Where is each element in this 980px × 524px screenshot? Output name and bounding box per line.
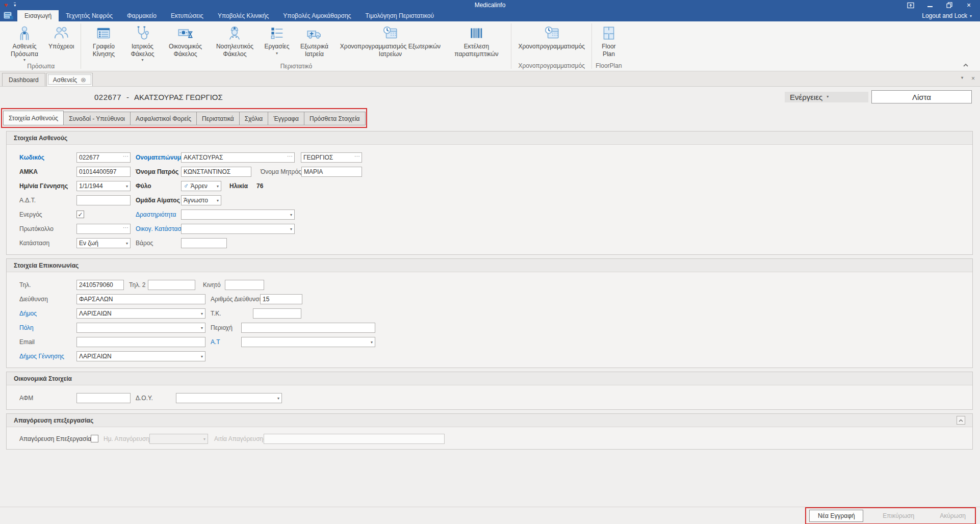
ribbon-group-caption: Χρονοπρογραμματισμός (514, 62, 588, 71)
energos-checkbox[interactable] (76, 211, 84, 218)
diefthynsi-label: Διεύθυνση (19, 296, 70, 303)
menu-tab-timologisi-peristatikou[interactable]: Τιμολόγηση Περιστατικού (358, 10, 441, 21)
male-icon: ♂ (184, 182, 189, 189)
doc-tab-dashboard[interactable]: Dashboard (2, 73, 45, 86)
menu-tab-eisagogi[interactable]: Εισαγωγή (17, 10, 59, 21)
poli-dropdown[interactable]: ▾ (76, 323, 205, 333)
ribbon-ektelesi-parapemptikon-button[interactable]: Εκτέλεση παραπεμπτικών (445, 22, 508, 62)
footer-bar: Νέα Εγγραφή Επικύρωση Ακύρωση (0, 507, 980, 524)
firstname-input[interactable] (301, 152, 362, 163)
apagorefsi-label: Απαγόρευση Επεξεργασίας (19, 435, 88, 442)
til-input[interactable] (76, 280, 124, 290)
subtab-peristatika[interactable]: Περιστατικά (196, 112, 240, 125)
omada-aimatos-dropdown[interactable]: Άγνωστο▾ (181, 195, 221, 205)
ribbon-xronoprogrammatismos-exoterikon-button[interactable]: Χρονοπρογραμματισμός Εξωτερικών Ιατρείων (336, 22, 445, 62)
ribbon-asthenis-prosopa-button[interactable]: Ασθενείς Πρόσωπα ▾ (4, 22, 45, 62)
dimos-dropdown[interactable]: ΛΑΡΙΣΑΙΩΝ▾ (76, 308, 205, 319)
doy-dropdown[interactable]: ▾ (176, 393, 282, 403)
close-button[interactable]: × (965, 2, 973, 9)
kinito-input[interactable] (225, 280, 264, 290)
subtab-sxolia[interactable]: Σχόλια (239, 112, 268, 125)
ribbon-grafeio-kinisis-button[interactable]: Γραφείο Κίνησης (84, 22, 123, 62)
collapse-section-icon[interactable] (957, 416, 965, 425)
katastasi-dropdown[interactable]: Εν ζωή▾ (76, 238, 131, 248)
new-record-button[interactable]: Νέα Εγγραφή (809, 510, 863, 522)
doc-tab-asthenis[interactable]: Ασθενείς ⊗ (46, 73, 93, 86)
actions-dropdown-button[interactable]: Ενέργειες ▾ (785, 92, 868, 102)
onoma-patros-input[interactable] (181, 167, 251, 177)
at-dropdown[interactable]: ▾ (241, 337, 375, 347)
ribbon-ergasies-button[interactable]: Εργασίες ▾ (261, 22, 293, 62)
menu-tab-ektyposeis[interactable]: Εκτυπώσεις (164, 10, 211, 21)
fylo-dropdown[interactable]: ♂Άρρεν▾ (181, 181, 221, 191)
chevron-down-icon: ▾ (126, 184, 128, 189)
apagorefsi-checkbox[interactable] (91, 435, 98, 442)
chevron-down-icon: ▾ (201, 311, 203, 316)
tab-list-chevron-icon[interactable]: ▾ (961, 75, 963, 82)
ellipsis-button[interactable]: ⋯ (123, 225, 128, 230)
patient-name: ΑΚΑΤΣΟΥΡΑΣ ΓΕΩΡΓΙΟΣ (134, 93, 223, 101)
ellipsis-button[interactable]: ⋯ (287, 153, 293, 159)
onoma-mitros-input[interactable] (301, 167, 362, 177)
confirm-button[interactable]: Επικύρωση (876, 512, 920, 519)
arithmos-diefthynsis-input[interactable] (260, 294, 302, 304)
varos-input[interactable] (181, 238, 227, 248)
ribbon-ypochreoi-button[interactable]: Υπόχρεοι (45, 22, 78, 62)
chevron-down-icon: ▾ (217, 184, 219, 189)
patient-page: 022677 - ΑΚΑΤΣΟΥΡΑΣ ΓΕΩΡΓΙΟΣ Ενέργειες ▾… (0, 87, 980, 524)
title-bar: ♥ ▾ Medicalinfo × (0, 0, 980, 10)
cancel-button[interactable]: Ακύρωση (934, 512, 972, 519)
minimize-button[interactable] (926, 2, 934, 9)
ribbon-exoterika-iatreia-button[interactable]: Εξωτερικά Ιατρεία (293, 22, 336, 62)
calendar-clock-icon (381, 24, 399, 42)
aitia-apagorefsis-input (264, 434, 445, 444)
fylo-label: Φύλο (136, 182, 181, 190)
periochi-input[interactable] (241, 323, 375, 333)
menu-tab-farmakeio[interactable]: Φαρμακείο (120, 10, 164, 21)
diefthynsi-input[interactable] (76, 294, 205, 304)
menu-tab-ypovoles-klinikis[interactable]: Υποβολές Κλινικής (211, 10, 276, 21)
chevron-down-icon: ▾ (276, 51, 278, 56)
im-gennisis-dropdown[interactable]: 1/1/1944▾ (76, 181, 131, 191)
barcode-icon (468, 24, 485, 42)
ribbon-nosileftikos-fakelos-button[interactable]: Νοσηλευτικός Φάκελος (209, 22, 261, 62)
ribbon-iatrikos-fakelos-button[interactable]: Ιατρικός Φάκελος ▾ (123, 22, 162, 62)
ribbon-group-peristatiko: Γραφείο Κίνησης Ιατρικός Φάκελος ▾ Οικον… (82, 21, 510, 71)
close-tab-icon[interactable]: ⊗ (81, 76, 86, 83)
drastiriotita-dropdown[interactable]: ▾ (181, 209, 295, 220)
ribbon-floor-plan-button[interactable]: Floor Plan (595, 22, 623, 62)
oikog-katastasi-dropdown[interactable]: ▾ (181, 224, 295, 234)
logout-and-lock-button[interactable]: Logout and Lock▾ (922, 10, 980, 21)
afm-input[interactable] (76, 393, 131, 403)
surname-input[interactable] (181, 152, 295, 163)
app-menu-icon[interactable] (0, 10, 17, 21)
tk-input[interactable] (253, 308, 301, 319)
ribbon-display-options-icon[interactable] (907, 2, 915, 9)
list-button[interactable]: Λίστα (871, 90, 972, 103)
ellipsis-button[interactable]: ⋯ (123, 153, 128, 159)
subtab-asfalistikoi-foreis[interactable]: Ασφαλιστικοί Φορείς (130, 112, 197, 125)
til2-input[interactable] (148, 280, 195, 290)
ribbon-oikonomikos-fakelos-button[interactable]: Οικονομικός Φάκελος (162, 22, 209, 62)
amka-input[interactable] (76, 167, 131, 177)
ellipsis-button[interactable]: ⋯ (354, 153, 360, 159)
adt-input[interactable] (76, 195, 131, 205)
varos-label: Βάρος (136, 240, 181, 247)
menu-tab-texnitos-nefros[interactable]: Τεχνητός Νεφρός (59, 10, 120, 21)
ribbon-xronoprogrammatismos-button[interactable]: Χρονοπρογραμματισμός (514, 22, 588, 62)
ambulance-icon (305, 24, 323, 42)
ribbon-separator (81, 23, 81, 69)
ribbon-group-prosopa: Ασθενείς Πρόσωπα ▾ Υπόχρεοι Πρόσωπα (2, 21, 80, 71)
restore-button[interactable] (945, 2, 953, 9)
menu-tab-ypovoles-aimokatharsis[interactable]: Υποβολές Αιμοκάθαρσης (276, 10, 358, 21)
arithmos-diefthynsis-label: Αριθμός Διεύθυνσης (211, 296, 259, 303)
subtab-prostheta-stoixeia[interactable]: Πρόσθετα Στοιχεία (304, 112, 365, 125)
afm-label: ΑΦΜ (19, 395, 70, 402)
subtab-synodoi-ypefthynoi[interactable]: Συνοδοί - Υπεύθυνοι (63, 112, 131, 125)
close-document-icon[interactable]: × (971, 75, 975, 82)
collapse-ribbon-icon[interactable] (963, 62, 969, 69)
email-input[interactable] (76, 337, 205, 347)
subtab-stoixeia-asthenous[interactable]: Στοιχεία Ασθενούς (3, 111, 64, 125)
dimos-gennisis-dropdown[interactable]: ΛΑΡΙΣΑΙΩΝ▾ (76, 351, 205, 361)
subtab-eggrafa[interactable]: Έγγραφα (268, 112, 304, 125)
